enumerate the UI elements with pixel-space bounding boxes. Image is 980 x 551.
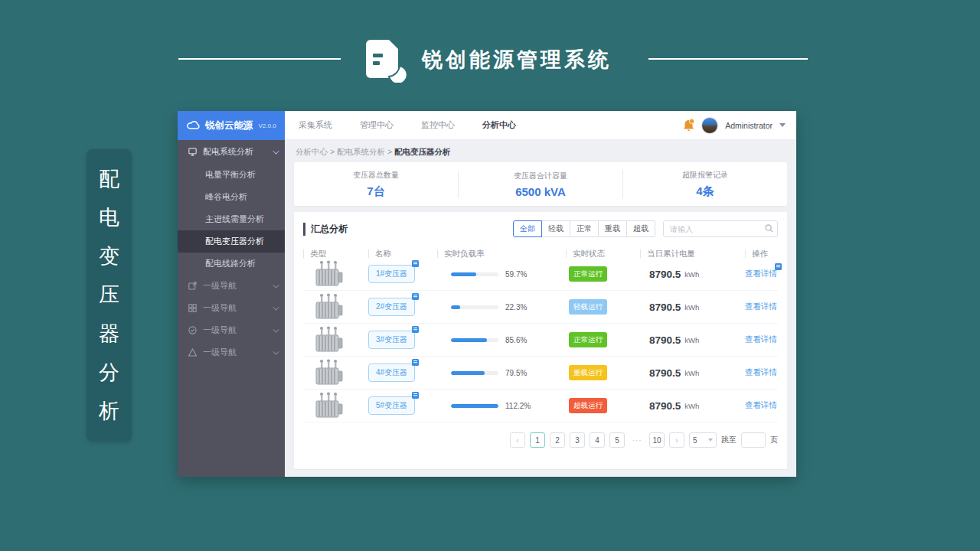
jump-page-input[interactable] (741, 432, 766, 448)
monitor-icon (188, 148, 197, 156)
sidebar-logo[interactable]: 锐创云能源 V2.0.0 (178, 111, 285, 140)
sidebar-item-transformer-analysis[interactable]: 配电变压器分析 (178, 230, 285, 253)
transformer-name-label: 4#变压器 (376, 368, 407, 377)
tag-char: 压 (99, 285, 119, 305)
transformer-name-button[interactable]: 4#变压器 (368, 364, 415, 382)
filter-over-button[interactable]: 超载 (627, 220, 655, 237)
page-suffix-label: 页 (770, 435, 778, 445)
energy-unit: kWh (684, 336, 699, 344)
notification-bell-icon[interactable] (683, 119, 694, 132)
chevron-down-icon (273, 348, 279, 354)
page-button-5[interactable]: 5 (609, 432, 625, 448)
tab-monitoring-center[interactable]: 监控中心 (421, 119, 455, 131)
sidebar-item-nav-1[interactable]: 一级导航 (178, 275, 285, 297)
chip-badge-icon (412, 392, 419, 399)
load-progress-bar (451, 272, 498, 276)
transformer-name-label: 3#变压器 (376, 335, 407, 344)
table-row: 2#变压器 22.3% 轻载运行 8790.5kWh 查看详情 (303, 291, 778, 324)
sidebar-item-line-analysis[interactable]: 配电线路分析 (178, 253, 285, 275)
sidebar-item-label: 一级导航 (203, 280, 237, 292)
search-icon (765, 224, 773, 233)
transformer-image (314, 359, 345, 386)
view-details-link[interactable]: 查看详情 (745, 334, 777, 345)
stat-value: 4条 (623, 184, 787, 199)
table-header: 类型 名称 实时负载率 实时状态 当日累计电量 操作 (303, 249, 778, 258)
chip-badge-icon (775, 263, 782, 270)
chevron-down-icon (273, 148, 279, 154)
transformer-image (314, 293, 345, 321)
energy-value: 8790.5 (649, 269, 681, 280)
header-line-left (178, 58, 341, 60)
view-details-link[interactable]: 查看详情 (745, 269, 777, 279)
energy-unit: kWh (684, 303, 699, 311)
page-size-value: 5 (693, 436, 697, 445)
user-menu-caret-icon[interactable] (779, 123, 786, 127)
header-line-right (648, 58, 808, 60)
brand-version: V2.0.0 (259, 122, 276, 129)
sidebar-item-nav-2[interactable]: 一级导航 (178, 297, 285, 319)
view-details-link[interactable]: 查看详情 (745, 400, 777, 411)
content-area: 分析中心 > 配电系统分析 > 配电变压器分析 变压器总数量 7台 变压器合计容… (285, 140, 796, 477)
filter-normal-button[interactable]: 正常 (570, 220, 599, 237)
sidebar-item-distribution-analysis[interactable]: 配电系统分析 (178, 140, 285, 164)
sidebar-item-label: 峰谷电分析 (205, 191, 247, 203)
filter-all-button[interactable]: 全部 (513, 220, 542, 237)
filter-light-button[interactable]: 轻载 (542, 220, 570, 237)
pagination-ellipsis: ··· (629, 432, 645, 448)
energy-value: 8790.5 (649, 302, 681, 313)
load-progress-bar (451, 338, 498, 342)
section-title: 汇总分析 (303, 223, 348, 236)
status-badge: 轻载运行 (569, 299, 607, 315)
sidebar-item-label: 配电线路分析 (205, 258, 256, 269)
load-percent: 85.6% (505, 336, 527, 344)
page-button-1[interactable]: 1 (530, 432, 545, 448)
transformer-name-button[interactable]: 5#变压器 (368, 396, 415, 415)
sidebar-item-label: 电量平衡分析 (205, 169, 256, 181)
status-badge: 正常运行 (569, 266, 607, 282)
chip-badge-icon (412, 359, 419, 366)
avatar[interactable] (701, 117, 718, 134)
search-input[interactable] (663, 220, 778, 237)
energy-unit: kWh (684, 402, 699, 410)
page-button-10[interactable]: 10 (649, 432, 665, 448)
load-percent: 79.5% (505, 369, 527, 377)
view-details-link[interactable]: 查看详情 (745, 302, 777, 312)
page-button-2[interactable]: 2 (550, 432, 565, 448)
breadcrumb-path: 分析中心 > 配电系统分析 > (296, 147, 394, 156)
page-size-select[interactable]: 5 (689, 432, 717, 448)
tag-char: 分 (99, 363, 119, 383)
check-circle-icon (188, 326, 197, 334)
prev-page-button[interactable]: ‹ (510, 432, 525, 448)
pagination: ‹ 1 2 3 4 5 ··· 10 › 5 跳至 页 (303, 432, 778, 448)
energy-value: 8790.5 (649, 334, 681, 346)
page-button-4[interactable]: 4 (590, 432, 605, 448)
view-details-label: 查看详情 (745, 334, 777, 344)
tag-char: 变 (99, 246, 119, 267)
sidebar-item-nav-3[interactable]: 一级导航 (178, 319, 285, 341)
transformer-name-button[interactable]: 1#变压器 (368, 265, 415, 283)
tab-management-center[interactable]: 管理中心 (360, 119, 394, 131)
sidebar-item-nav-4[interactable]: 一级导航 (178, 341, 285, 364)
load-progress-bar (451, 305, 498, 309)
view-details-label: 查看详情 (745, 367, 777, 377)
tab-collection-system[interactable]: 采集系统 (299, 119, 332, 131)
transformer-name-button[interactable]: 3#变压器 (368, 331, 415, 349)
next-page-button[interactable]: › (669, 432, 684, 448)
user-name: Administrator (725, 121, 773, 130)
filter-heavy-button[interactable]: 重载 (599, 220, 627, 237)
stat-value: 6500 kVA (459, 185, 622, 198)
sidebar-item-peak-valley[interactable]: 峰谷电分析 (178, 186, 285, 208)
top-navbar: 采集系统 管理中心 监控中心 分析中心 Administrator (285, 111, 796, 140)
status-badge: 正常运行 (569, 332, 607, 347)
sidebar: 锐创云能源 V2.0.0 配电系统分析 电量平衡分析 峰谷电分析 主进线需量分析… (178, 111, 285, 477)
page-button-3[interactable]: 3 (570, 432, 585, 448)
transformer-name-button[interactable]: 2#变压器 (368, 298, 415, 316)
chevron-down-icon (273, 282, 279, 288)
header-type: 类型 (303, 249, 368, 258)
sidebar-item-main-line-demand[interactable]: 主进线需量分析 (178, 208, 285, 230)
tab-analysis-center[interactable]: 分析中心 (482, 119, 516, 131)
header-status: 实时状态 (566, 249, 640, 258)
sidebar-item-power-balance[interactable]: 电量平衡分析 (178, 164, 285, 186)
view-details-link[interactable]: 查看详情 (745, 367, 777, 378)
chip-badge-icon (412, 293, 419, 300)
